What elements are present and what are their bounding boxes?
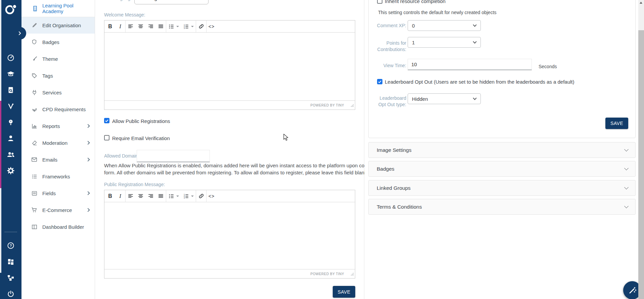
admin-sidebar: Learning Pool Academy Edit Organisation … xyxy=(21,0,95,299)
sidebar-item-label: E-Commerce xyxy=(42,207,72,213)
rail-scrollbar[interactable] xyxy=(0,0,1,273)
sitemap-icon[interactable] xyxy=(0,270,21,286)
user-icon[interactable] xyxy=(0,130,21,146)
numbered-list-button[interactable]: 123 xyxy=(181,190,191,202)
bold-button[interactable]: B xyxy=(105,20,115,32)
insights-bulb-icon[interactable] xyxy=(0,114,21,130)
leaderboard-opt-out-label: Leaderboard Opt Out (Users are set to be… xyxy=(385,79,574,85)
editor-body[interactable] xyxy=(104,202,355,269)
learning-locker-icon[interactable] xyxy=(0,98,21,114)
sidebar-item-emails[interactable]: Emails xyxy=(21,151,95,168)
dashboard-gauge-icon[interactable] xyxy=(0,50,21,66)
resize-grip-icon[interactable] xyxy=(351,271,354,277)
align-center-button[interactable] xyxy=(136,20,146,32)
points-for-contributions-select[interactable]: 1 xyxy=(408,37,481,48)
sidebar-item-dashboard-builder[interactable]: Dashboard Builder xyxy=(21,218,95,235)
allowed-domains-input[interactable] xyxy=(137,150,210,162)
bold-button[interactable]: B xyxy=(105,190,115,202)
svg-text:?: ? xyxy=(10,244,12,248)
power-icon[interactable] xyxy=(0,286,21,299)
language-label: Language: xyxy=(104,0,134,1)
sidebar-item-frameworks[interactable]: Frameworks xyxy=(21,168,95,185)
check-icon xyxy=(378,80,382,84)
inherit-helper-text: This setting controls the default for ne… xyxy=(378,9,497,16)
language-select[interactable]: UK English xyxy=(134,0,209,4)
justify-button[interactable] xyxy=(156,20,166,32)
link-button[interactable] xyxy=(196,20,206,32)
italic-button[interactable]: I xyxy=(115,20,125,32)
plug-icon xyxy=(31,89,38,96)
leaderboard-opt-out-type-label: Leaderboard Opt Out type: xyxy=(375,95,406,108)
source-code-button[interactable]: <> xyxy=(206,190,217,202)
align-center-button[interactable] xyxy=(136,190,146,202)
scrollbar-up-arrow[interactable] xyxy=(640,2,642,4)
sidebar-item-badges[interactable]: Badges xyxy=(21,34,95,50)
chevron-right-icon xyxy=(86,141,90,144)
editor-body[interactable] xyxy=(104,33,355,100)
bullet-list-caret-icon[interactable] xyxy=(176,26,179,27)
accordion-linked-groups[interactable]: Linked Groups xyxy=(368,180,636,196)
sidebar-item-fields[interactable]: Fields xyxy=(21,185,95,202)
academy-cap-icon[interactable] xyxy=(0,66,21,82)
accordion-badges[interactable]: Badges xyxy=(368,161,636,177)
leaderboard-opt-out-type-select[interactable]: Hidden xyxy=(408,93,481,104)
eraser-icon xyxy=(31,139,38,146)
fields-icon xyxy=(31,190,38,197)
welcome-message-label: Welcome Message: xyxy=(104,12,145,17)
sidebar-item-edit-organisation[interactable]: Edit Organisation xyxy=(21,17,95,34)
edit-organisation-form: Language: UK English Welcome Message: B … xyxy=(95,0,364,299)
allow-public-registrations-checkbox[interactable] xyxy=(104,118,109,123)
view-time-input[interactable] xyxy=(408,59,532,70)
scrollbar-thumb[interactable] xyxy=(638,30,644,299)
welcome-message-editor: B I 123 <> POWERED BY TINY xyxy=(104,20,355,110)
align-left-button[interactable] xyxy=(126,190,136,202)
align-right-button[interactable] xyxy=(146,20,156,32)
save-button[interactable]: SAVE xyxy=(333,286,355,298)
align-right-button[interactable] xyxy=(146,190,156,202)
cart-icon xyxy=(31,207,38,213)
sidebar-item-services[interactable]: Services xyxy=(21,84,95,101)
sidebar-collapse-toggle[interactable] xyxy=(13,27,26,40)
bullet-list-button[interactable] xyxy=(166,190,176,202)
panel-save-button[interactable]: SAVE xyxy=(605,118,628,129)
users-icon[interactable] xyxy=(0,146,21,163)
help-icon[interactable]: ? xyxy=(0,238,21,254)
sidebar-item-label: Tags xyxy=(42,73,53,79)
link-button[interactable] xyxy=(196,190,206,202)
apps-grid-icon[interactable] xyxy=(0,254,21,270)
sidebar-item-theme[interactable]: Theme xyxy=(21,50,95,67)
sidebar-item-cpd-requirements[interactable]: CPD Requirements xyxy=(21,101,95,118)
content-search-icon[interactable] xyxy=(0,82,21,98)
sidebar-header-organisation[interactable]: Learning Pool Academy xyxy=(21,0,95,17)
sidebar-item-moderation[interactable]: Moderation xyxy=(21,134,95,151)
numbered-list-caret-icon[interactable] xyxy=(191,196,194,197)
allowed-domains-label: Allowed Domains: xyxy=(104,153,142,159)
sidebar-item-label: Services xyxy=(42,90,62,95)
inherit-resource-completion-label: Inherit resource completion xyxy=(385,0,446,4)
rail-scrollbar-thumb[interactable] xyxy=(0,101,1,188)
italic-button[interactable]: I xyxy=(115,190,125,202)
resize-grip-icon[interactable] xyxy=(351,102,354,109)
sidebar-item-label: Frameworks xyxy=(42,174,70,179)
learning-pool-logo-icon[interactable] xyxy=(3,2,18,18)
sidebar-item-reports[interactable]: Reports xyxy=(21,118,95,134)
inherit-resource-completion-checkbox[interactable] xyxy=(377,0,382,4)
bullet-list-button[interactable] xyxy=(166,20,176,32)
numbered-list-button[interactable]: 123 xyxy=(181,20,191,32)
numbered-list-caret-icon[interactable] xyxy=(191,26,194,27)
sidebar-item-e-commerce[interactable]: E-Commerce xyxy=(21,202,95,218)
leaderboard-opt-out-checkbox[interactable] xyxy=(377,79,382,84)
align-left-button[interactable] xyxy=(126,20,136,32)
accordion-image-settings[interactable]: Image Settings xyxy=(368,142,636,158)
source-code-button[interactable]: <> xyxy=(206,20,217,32)
require-email-verification-checkbox[interactable] xyxy=(104,135,109,140)
view-time-seconds-label: Seconds xyxy=(539,63,557,70)
envelope-icon xyxy=(31,156,38,163)
accordion-terms-conditions[interactable]: Terms & Conditions xyxy=(368,199,636,215)
page-scrollbar[interactable] xyxy=(638,0,644,299)
comment-xp-select[interactable]: 0 xyxy=(408,20,481,31)
sidebar-item-tags[interactable]: Tags xyxy=(21,67,95,84)
bullet-list-caret-icon[interactable] xyxy=(176,196,179,197)
justify-button[interactable] xyxy=(156,190,166,202)
settings-gear-icon[interactable] xyxy=(0,163,21,179)
